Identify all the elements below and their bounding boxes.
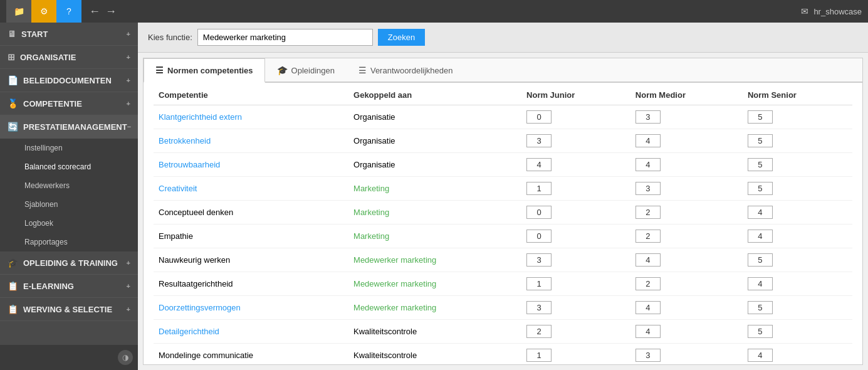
nav-back-button[interactable]: ← — [89, 5, 100, 18]
norm-senior-input[interactable] — [748, 301, 773, 314]
norm-junior-input[interactable] — [526, 206, 552, 219]
sidebar-item-competentie[interactable]: 🏅 COMPETENTIE + — [0, 92, 138, 115]
gekoppeld-link[interactable]: Marketing — [353, 231, 389, 241]
verantwoordelijkheden-tab-icon: ☰ — [358, 65, 367, 75]
norm-medior-input[interactable] — [635, 110, 661, 124]
table-row: BetrokkenheidOrganisatie — [154, 129, 852, 153]
gekoppeld-link[interactable]: Medewerker marketing — [353, 279, 436, 288]
expand-icon-competentie: + — [127, 100, 130, 107]
competentie-link[interactable]: Doorzettingsvermogen — [159, 303, 241, 312]
tab-verantwoordelijkheden[interactable]: ☰ Verantwoordelijkheden — [347, 58, 465, 82]
norm-medior-input[interactable] — [635, 325, 661, 338]
norm-junior-input[interactable] — [526, 134, 552, 147]
norm-junior-input[interactable] — [526, 182, 552, 195]
gekoppeld-link[interactable]: Marketing — [353, 208, 389, 217]
cell-gekoppeld: Kwaliteitscontrole — [348, 344, 521, 365]
norm-senior-input[interactable] — [748, 277, 773, 290]
sidebar-item-beleiddocumenten[interactable]: 📄 BELEIDDOCUMENTEN + — [0, 69, 138, 92]
tab-opleidingen[interactable]: 🎓 Opleidingen — [265, 58, 347, 82]
monitor-icon: 🖥 — [8, 29, 16, 39]
tab-opleidingen-label: Opleidingen — [291, 66, 335, 75]
norm-junior-input[interactable] — [526, 158, 552, 171]
norm-medior-input[interactable] — [635, 349, 661, 362]
norm-junior-input[interactable] — [526, 230, 552, 243]
sidebar-item-logboek[interactable]: Logboek — [0, 214, 138, 233]
norm-senior-input[interactable] — [748, 230, 773, 243]
norm-junior-input[interactable] — [526, 253, 552, 267]
cell-competentie: Mondelinge communicatie — [154, 344, 348, 365]
sidebar-item-organisatie[interactable]: ⊞ ORGANISATIE + — [0, 46, 138, 69]
folder-button[interactable]: 📁 — [6, 0, 31, 23]
sidebar-item-balanced-scorecard[interactable]: Balanced scorecard — [0, 157, 138, 176]
settings-button[interactable]: ⚙ — [31, 0, 56, 23]
norm-senior-input[interactable] — [748, 206, 773, 219]
cell-gekoppeld: Medewerker marketing — [348, 272, 521, 296]
table-row: BetrouwbaarheidOrganisatie — [154, 153, 852, 177]
norm-medior-input[interactable] — [635, 301, 661, 314]
expand-icon-elearning: + — [127, 282, 130, 290]
norm-junior-input[interactable] — [526, 325, 552, 338]
werving-icon: 📋 — [8, 304, 18, 314]
cell-norm-senior — [743, 320, 852, 344]
sidebar-item-prestatiemanagement[interactable]: 🔄 PRESTATIEMANAGEMENT − — [0, 115, 138, 139]
cell-norm-junior — [521, 296, 630, 320]
competentie-link[interactable]: Detailgerichtheid — [159, 327, 219, 336]
table-row: Mondelinge communicatieKwaliteitscontrol… — [154, 344, 852, 365]
norm-junior-input[interactable] — [526, 301, 552, 314]
gekoppeld-link[interactable]: Medewerker marketing — [353, 255, 436, 265]
cell-norm-medior — [630, 153, 743, 177]
sidebar-label-elearning: E-LEARNING — [23, 282, 74, 291]
norm-senior-input[interactable] — [748, 158, 773, 171]
tab-normen-competenties[interactable]: ☰ Normen competenties — [144, 58, 265, 83]
cell-norm-junior — [521, 177, 630, 201]
content-area: Kies functie: Zoeken ☰ Normen competenti… — [138, 23, 868, 370]
cell-gekoppeld: Organisatie — [348, 153, 521, 177]
sidebar-item-rapportages[interactable]: Rapportages — [0, 233, 138, 251]
sidebar-item-medewerkers[interactable]: Medewerkers — [0, 176, 138, 195]
norm-medior-input[interactable] — [635, 230, 661, 243]
norm-senior-input[interactable] — [748, 182, 773, 195]
competentie-link[interactable]: Klantgerichtheid extern — [159, 112, 242, 122]
search-input[interactable] — [197, 29, 373, 46]
norm-senior-input[interactable] — [748, 253, 773, 267]
norm-medior-input[interactable] — [635, 158, 661, 171]
sidebar-item-sjablonen[interactable]: Sjablonen — [0, 195, 138, 214]
nav-forward-button[interactable]: → — [105, 5, 117, 18]
expand-icon-start: + — [127, 30, 130, 38]
norm-medior-input[interactable] — [635, 206, 661, 219]
cell-gekoppeld: Marketing — [348, 177, 521, 201]
sidebar-collapse-button[interactable]: ◑ — [118, 350, 133, 365]
search-button[interactable]: Zoeken — [378, 29, 425, 46]
norm-medior-input[interactable] — [635, 182, 661, 195]
sidebar-item-start[interactable]: 🖥 START + — [0, 23, 138, 46]
norm-senior-input[interactable] — [748, 110, 773, 124]
norm-senior-input[interactable] — [748, 325, 773, 338]
norm-junior-input[interactable] — [526, 110, 552, 124]
sidebar-label-prestatiemanagement: PRESTATIEMANAGEMENT — [23, 122, 127, 132]
cell-competentie: Detailgerichtheid — [154, 320, 348, 344]
competentie-link[interactable]: Betrokkenheid — [159, 136, 211, 145]
sidebar-item-elearning[interactable]: 📋 E-LEARNING + — [0, 275, 138, 298]
norm-senior-input[interactable] — [748, 134, 773, 147]
norm-junior-input[interactable] — [526, 349, 552, 362]
competentie-link[interactable]: Betrouwbaarheid — [159, 160, 220, 169]
norm-medior-input[interactable] — [635, 253, 661, 267]
sidebar-item-opleiding[interactable]: 🎓 OPLEIDING & TRAINING + — [0, 251, 138, 275]
gekoppeld-link[interactable]: Marketing — [353, 184, 389, 193]
sidebar-item-werving[interactable]: 📋 WERVING & SELECTIE + — [0, 298, 138, 321]
sidebar-item-instellingen[interactable]: Instellingen — [0, 139, 138, 157]
graduation-icon: 🎓 — [8, 258, 18, 268]
tab-container: ☰ Normen competenties 🎓 Opleidingen ☰ Ve… — [143, 58, 863, 365]
gekoppeld-link[interactable]: Medewerker marketing — [353, 303, 436, 312]
cell-norm-junior — [521, 201, 630, 225]
cell-competentie: Creativiteit — [154, 177, 348, 201]
norm-senior-input[interactable] — [748, 349, 773, 362]
cell-norm-senior — [743, 153, 852, 177]
norm-medior-input[interactable] — [635, 134, 661, 147]
help-button[interactable]: ? — [56, 0, 81, 23]
sidebar-label-werving: WERVING & SELECTIE — [23, 305, 112, 314]
competentie-link[interactable]: Creativiteit — [159, 184, 197, 193]
norm-junior-input[interactable] — [526, 277, 552, 290]
norm-medior-input[interactable] — [635, 277, 661, 290]
col-header-gekoppeld: Gekoppeld aan — [348, 83, 521, 105]
